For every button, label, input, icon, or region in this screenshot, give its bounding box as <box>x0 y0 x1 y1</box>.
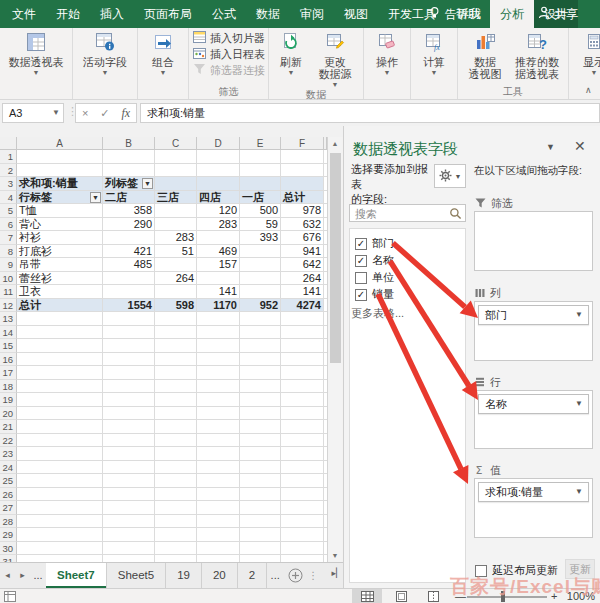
cell-A16[interactable] <box>17 353 103 367</box>
hscroll-icon[interactable]: ▸▏ <box>332 568 343 578</box>
cell-E3[interactable] <box>240 177 281 191</box>
cell-D26[interactable] <box>197 488 240 502</box>
cell-F16[interactable] <box>281 353 324 367</box>
cell-B11[interactable] <box>103 285 155 299</box>
cell-E27[interactable] <box>240 501 281 515</box>
update-button[interactable]: 更新 <box>565 559 595 579</box>
zoom-in-button[interactable]: + <box>551 590 557 602</box>
tab-开始[interactable]: 开始 <box>46 0 90 28</box>
cell-C19[interactable] <box>155 393 197 407</box>
cell-C4[interactable]: 三店 <box>155 191 197 205</box>
cell-E11[interactable] <box>240 285 281 299</box>
column-header-E[interactable]: E <box>240 137 281 150</box>
cell-F11[interactable]: 141 <box>281 285 324 299</box>
insert-function-icon[interactable]: fx <box>121 106 130 121</box>
button-数据透视图[interactable]: 数据 透视图 <box>461 30 509 80</box>
cell-E28[interactable] <box>240 515 281 529</box>
row-header-8[interactable]: 8 <box>0 245 17 259</box>
field-pill-求和项:销量[interactable]: 求和项:销量▼ <box>478 482 589 502</box>
collapse-ribbon-icon[interactable]: ∧ <box>585 85 592 95</box>
cell-A12[interactable]: 总计 <box>17 299 103 313</box>
sheet-nav-right-icon[interactable]: ▸ <box>15 563 30 588</box>
button-插入日程表[interactable]: 插入日程表 <box>192 46 265 62</box>
area-box-筛选[interactable] <box>474 211 593 271</box>
cell-D13[interactable] <box>197 312 240 326</box>
field-pill-部门[interactable]: 部门▼ <box>478 305 589 325</box>
name-box[interactable]: A3 ▼ <box>2 103 64 123</box>
cell-A31[interactable] <box>17 555 103 562</box>
tools-button[interactable]: ▼ <box>434 164 466 188</box>
button-组合[interactable]: 组合▼ <box>141 30 185 77</box>
row-header-10[interactable]: 10 <box>0 272 17 286</box>
cell-A2[interactable] <box>17 164 103 178</box>
cell-E12[interactable]: 952 <box>240 299 281 313</box>
cell-F20[interactable] <box>281 407 324 421</box>
sheet-overflow-left[interactable]: ... <box>30 563 46 588</box>
cell-A28[interactable] <box>17 515 103 529</box>
cell-D4[interactable]: 四店 <box>197 191 240 205</box>
cell-D19[interactable] <box>197 393 240 407</box>
cell-B17[interactable] <box>103 366 155 380</box>
button-计算[interactable]: fx计算▼ <box>414 30 454 77</box>
tab-视图[interactable]: 视图 <box>334 0 378 28</box>
cell-F12[interactable]: 4274 <box>281 299 324 313</box>
cell-C17[interactable] <box>155 366 197 380</box>
cell-A19[interactable] <box>17 393 103 407</box>
pill-dropdown-icon[interactable]: ▼ <box>575 483 583 501</box>
cell-C28[interactable] <box>155 515 197 529</box>
cell-E15[interactable] <box>240 339 281 353</box>
cell-F31[interactable] <box>281 555 324 562</box>
cell-E14[interactable] <box>240 326 281 340</box>
cell-C1[interactable] <box>155 150 197 164</box>
tab-文件[interactable]: 文件 <box>2 0 46 28</box>
row-header-25[interactable]: 25 <box>0 474 17 488</box>
cell-D20[interactable] <box>197 407 240 421</box>
cell-B9[interactable]: 485 <box>103 258 155 272</box>
cell-E20[interactable] <box>240 407 281 421</box>
cell-D6[interactable]: 283 <box>197 218 240 232</box>
share-button[interactable]: 共享 <box>538 0 578 28</box>
cell-C24[interactable] <box>155 461 197 475</box>
cell-D30[interactable] <box>197 542 240 556</box>
filter-dropdown-icon[interactable]: ▼ <box>90 192 101 203</box>
row-header-15[interactable]: 15 <box>0 339 17 353</box>
cell-C30[interactable] <box>155 542 197 556</box>
button-更改数据源[interactable]: 更改 数据源▼ <box>310 30 360 89</box>
cell-E22[interactable] <box>240 434 281 448</box>
row-header-26[interactable]: 26 <box>0 488 17 502</box>
row-header-22[interactable]: 22 <box>0 434 17 448</box>
cell-B30[interactable] <box>103 542 155 556</box>
cell-C27[interactable] <box>155 501 197 515</box>
cell-B27[interactable] <box>103 501 155 515</box>
cell-C21[interactable] <box>155 420 197 434</box>
cell-C9[interactable] <box>155 258 197 272</box>
button-刷新[interactable]: 刷新▼ <box>272 30 310 77</box>
row-header-14[interactable]: 14 <box>0 326 17 340</box>
row-header-29[interactable]: 29 <box>0 528 17 542</box>
cell-E4[interactable]: 一店 <box>240 191 281 205</box>
cell-F1[interactable] <box>281 150 324 164</box>
button-插入切片器[interactable]: 插入切片器 <box>192 30 265 46</box>
column-header-A[interactable]: A <box>17 137 103 150</box>
row-header-13[interactable]: 13 <box>0 312 17 326</box>
cell-A13[interactable] <box>17 312 103 326</box>
cell-F26[interactable] <box>281 488 324 502</box>
row-header-3[interactable]: 3 <box>0 177 17 191</box>
cell-E2[interactable] <box>240 164 281 178</box>
cell-B3[interactable]: 列标签▼ <box>103 177 155 191</box>
pill-dropdown-icon[interactable]: ▼ <box>575 395 583 413</box>
cell-F3[interactable] <box>281 177 324 191</box>
cell-A30[interactable] <box>17 542 103 556</box>
cell-E24[interactable] <box>240 461 281 475</box>
cell-C7[interactable]: 283 <box>155 231 197 245</box>
row-header-4[interactable]: 4 <box>0 191 17 205</box>
button-操作[interactable]: 操作▼ <box>367 30 407 77</box>
cell-D28[interactable] <box>197 515 240 529</box>
cell-B28[interactable] <box>103 515 155 529</box>
tab-数据[interactable]: 数据 <box>246 0 290 28</box>
cell-E13[interactable] <box>240 312 281 326</box>
cell-E29[interactable] <box>240 528 281 542</box>
column-header-F[interactable]: F <box>281 137 324 150</box>
cell-D31[interactable] <box>197 555 240 562</box>
spreadsheet-grid[interactable]: ABCDEF123求和项:销量列标签▼4行标签▼二店三店四店一店总计5T恤358… <box>0 137 327 562</box>
